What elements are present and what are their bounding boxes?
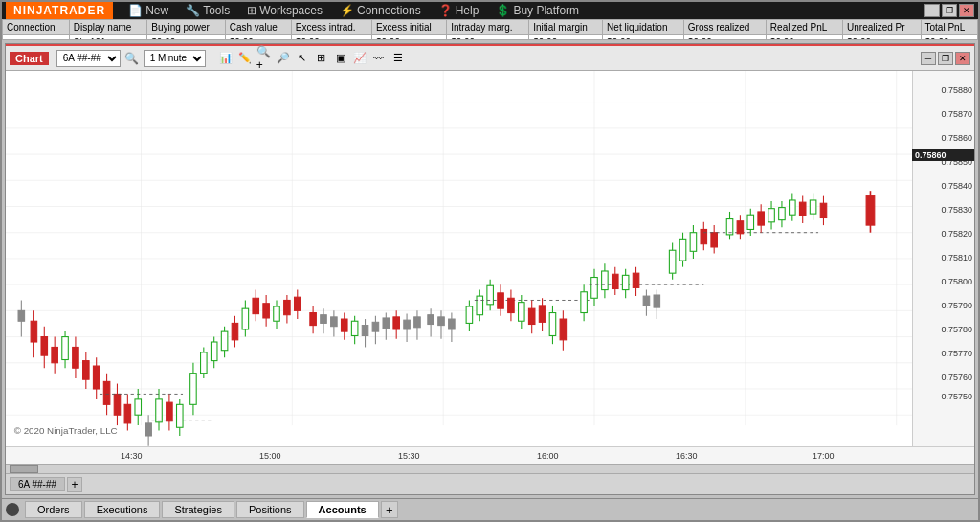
chart-restore-button[interactable]: ❐ bbox=[938, 52, 953, 65]
svg-rect-65 bbox=[242, 308, 249, 329]
svg-rect-48 bbox=[156, 399, 163, 422]
search-icon[interactable]: 🔍 bbox=[124, 51, 140, 66]
svg-rect-55 bbox=[190, 374, 197, 405]
draw-icon[interactable]: 〰 bbox=[371, 51, 387, 66]
account-cell: $0.00 bbox=[683, 35, 766, 41]
svg-rect-73 bbox=[284, 301, 291, 315]
account-header: Buying power bbox=[147, 20, 225, 35]
tab-accounts[interactable]: Accounts bbox=[306, 501, 379, 518]
svg-rect-99 bbox=[428, 315, 434, 325]
svg-rect-114 bbox=[508, 298, 515, 312]
menu-connections[interactable]: ⚡ Connections bbox=[332, 2, 429, 19]
time-axis: 14:30 15:00 15:30 16:00 16:30 17:00 bbox=[6, 446, 974, 464]
svg-rect-53 bbox=[177, 404, 184, 427]
svg-rect-42 bbox=[124, 404, 131, 423]
svg-rect-89 bbox=[372, 322, 379, 331]
svg-rect-31 bbox=[73, 348, 79, 369]
account-cell: $0.00 bbox=[529, 35, 603, 41]
current-price-label: 0.75860 bbox=[912, 149, 974, 161]
menu-tools[interactable]: 🔧 Tools bbox=[178, 2, 237, 19]
frame-icon[interactable]: ▣ bbox=[333, 51, 348, 66]
svg-rect-21 bbox=[18, 310, 25, 321]
menu-buy[interactable]: 💲 Buy Platform bbox=[488, 2, 587, 19]
svg-rect-135 bbox=[622, 275, 629, 289]
tab-strategies[interactable]: Strategies bbox=[162, 501, 234, 518]
account-header: Excess intrad. bbox=[291, 20, 371, 35]
svg-rect-172 bbox=[820, 203, 827, 217]
close-button[interactable]: ✕ bbox=[959, 4, 974, 17]
svg-rect-162 bbox=[768, 209, 775, 222]
connection-status-indicator bbox=[6, 503, 19, 516]
account-cell: $0.00 bbox=[766, 35, 842, 41]
svg-rect-97 bbox=[414, 317, 421, 328]
chart-close-button[interactable]: ✕ bbox=[955, 52, 970, 65]
time-label-1600: 16:00 bbox=[537, 451, 559, 461]
svg-rect-25 bbox=[41, 337, 48, 356]
price-label-6: 0.75830 bbox=[941, 205, 972, 215]
account-header: Display name bbox=[69, 20, 146, 35]
chart-tab-bar: 6A ##-## + bbox=[6, 473, 974, 494]
svg-rect-59 bbox=[211, 342, 217, 361]
svg-rect-112 bbox=[498, 293, 504, 308]
svg-rect-85 bbox=[351, 321, 358, 335]
menu-bar: NINJATRADER 📄 New 🔧 Tools ⊞ Workspaces ⚡… bbox=[2, 2, 978, 19]
price-label-7: 0.75820 bbox=[941, 229, 972, 238]
candlestick-icon[interactable]: 📈 bbox=[352, 51, 368, 66]
tab-positions[interactable]: Positions bbox=[236, 501, 304, 518]
chart-window-controls: ─ ❐ ✕ bbox=[921, 52, 970, 65]
svg-rect-79 bbox=[321, 315, 327, 324]
tab-orders[interactable]: Orders bbox=[25, 501, 82, 518]
svg-rect-67 bbox=[253, 298, 259, 313]
svg-rect-37 bbox=[103, 382, 110, 405]
symbol-selector[interactable]: 6A ##-## bbox=[56, 50, 121, 67]
svg-rect-116 bbox=[519, 303, 525, 322]
menu-help[interactable]: ❓ Help bbox=[431, 2, 487, 19]
account-cell: $0.00 bbox=[225, 35, 291, 41]
restore-button[interactable]: ❐ bbox=[942, 4, 957, 17]
svg-rect-29 bbox=[62, 337, 69, 360]
zoom-out-icon[interactable]: 🔎 bbox=[276, 51, 291, 66]
chart-add-tab-button[interactable]: + bbox=[67, 477, 82, 492]
minimize-button[interactable]: ─ bbox=[924, 4, 940, 17]
help-icon: ❓ bbox=[438, 4, 453, 17]
scroll-thumb[interactable] bbox=[10, 465, 38, 473]
svg-rect-139 bbox=[643, 296, 650, 306]
separator-1 bbox=[212, 51, 212, 66]
add-tab-button[interactable]: + bbox=[381, 501, 398, 518]
svg-rect-120 bbox=[539, 306, 546, 322]
cursor-icon[interactable]: ↖ bbox=[295, 51, 310, 66]
account-cell: $0.00 bbox=[147, 35, 225, 41]
svg-rect-143 bbox=[669, 250, 676, 273]
svg-rect-69 bbox=[263, 304, 270, 318]
svg-rect-160 bbox=[758, 212, 765, 225]
account-table-body: Sim101$0.00$0.00$0.00$0.00$0.00$0.00$0.0… bbox=[3, 35, 978, 41]
template-icon[interactable]: ⊞ bbox=[314, 51, 329, 66]
horizontal-scrollbar[interactable] bbox=[6, 464, 974, 473]
menu-workspaces[interactable]: ⊞ Workspaces bbox=[239, 2, 330, 19]
svg-rect-130 bbox=[602, 271, 609, 290]
account-header: Excess initial bbox=[371, 20, 446, 35]
zoom-in-icon[interactable]: 🔍+ bbox=[256, 51, 272, 66]
svg-rect-103 bbox=[449, 319, 456, 329]
chart-minimize-button[interactable]: ─ bbox=[921, 52, 936, 65]
svg-rect-133 bbox=[612, 274, 619, 288]
svg-rect-164 bbox=[779, 208, 786, 220]
svg-rect-33 bbox=[83, 361, 90, 380]
svg-rect-95 bbox=[404, 320, 411, 329]
menu-new[interactable]: 📄 New bbox=[121, 2, 176, 19]
chart-plot-area[interactable]: © 2020 NinjaTrader, LLC bbox=[6, 71, 912, 446]
pencil-icon[interactable]: ✏️ bbox=[237, 51, 253, 66]
account-cell: $0.00 bbox=[447, 35, 529, 41]
account-cell: $0.00 bbox=[921, 35, 977, 41]
timeframe-selector[interactable]: 1 Minute bbox=[144, 50, 206, 67]
account-cell: $0.00 bbox=[371, 35, 446, 41]
svg-rect-63 bbox=[232, 324, 238, 340]
svg-rect-124 bbox=[560, 319, 567, 340]
svg-rect-166 bbox=[790, 200, 796, 215]
account-header: Connection bbox=[3, 20, 70, 35]
list-icon[interactable]: ☰ bbox=[390, 51, 406, 66]
chart-tab-6a[interactable]: 6A ##-## bbox=[10, 477, 65, 491]
bar-chart-icon[interactable]: 📊 bbox=[218, 51, 234, 66]
tab-executions[interactable]: Executions bbox=[84, 501, 161, 518]
svg-rect-137 bbox=[633, 273, 639, 287]
